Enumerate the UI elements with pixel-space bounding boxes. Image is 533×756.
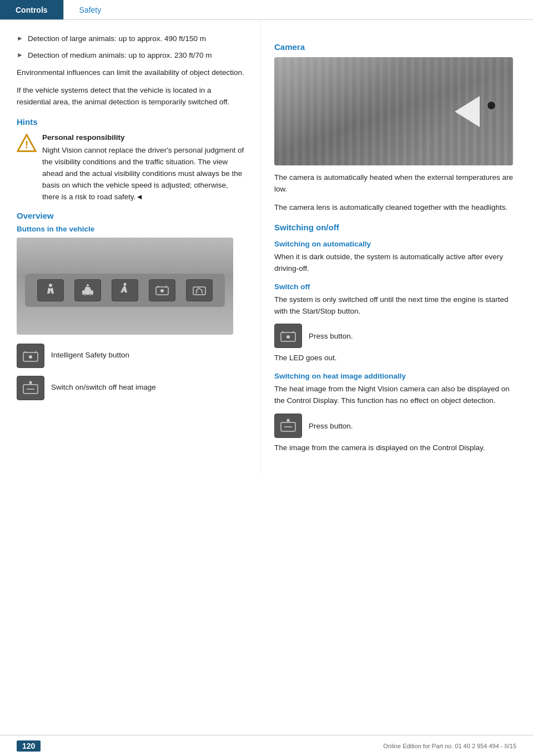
press-icon-2-svg (280, 418, 296, 434)
camera-lens (486, 100, 496, 110)
camera-image (274, 57, 513, 165)
dash-btn-1 (37, 279, 64, 301)
footer-text: Online Edition for Part no. 01 40 2 954 … (383, 743, 516, 749)
warning-text: Personal responsibility Night Vision can… (42, 132, 247, 203)
switching-auto-para: When it is dark outside, the system is a… (274, 251, 520, 275)
camera-para-1: The camera is automatically heated when … (274, 172, 520, 195)
dashboard-panel (25, 274, 225, 307)
camera-arrow (455, 96, 480, 127)
hints-heading: Hints (17, 117, 247, 127)
press-icon-1 (274, 324, 302, 348)
press-text-1: Press button. (309, 332, 353, 340)
tab-controls[interactable]: Controls (0, 0, 63, 19)
nav-bar: Controls Safety (0, 0, 533, 20)
switch-off-para: The system is only switched off until th… (274, 294, 520, 317)
led-goes-out: The LED goes out. (274, 352, 520, 364)
svg-point-7 (123, 283, 126, 285)
dash-btn-2-icon (80, 283, 95, 298)
dash-btn-5 (186, 279, 213, 301)
svg-point-4 (84, 294, 86, 296)
dash-btn-1-icon (43, 283, 58, 298)
warning-body: Night Vision cannot replace the driver's… (42, 146, 244, 201)
intelligent-safety-icon-box (17, 344, 44, 368)
tab-safety[interactable]: Safety (64, 0, 117, 19)
page-number: 120 (17, 740, 41, 752)
warning-icon: ! (17, 133, 37, 153)
bullet-arrow-1: ► (17, 34, 23, 42)
bullet-item-2: ► Detection of medium animals: up to app… (17, 50, 247, 61)
dash-btn-2 (74, 279, 101, 301)
svg-point-12 (29, 355, 32, 359)
warning-box: ! Personal responsibility Night Vision c… (17, 132, 247, 203)
footer: 120 Online Edition for Part no. 01 40 2 … (0, 735, 533, 756)
icon-legend-2: Switch on/switch off heat image (17, 376, 247, 400)
left-column: ► Detection of large animals: up to appr… (0, 20, 261, 474)
svg-point-14 (29, 381, 32, 384)
dash-btn-5-icon (192, 283, 207, 298)
press-icon-1-svg (280, 328, 296, 344)
switching-heading: Switching on/off (274, 223, 520, 232)
intelligent-safety-icon (22, 347, 39, 364)
svg-point-9 (160, 289, 164, 293)
dash-btn-3 (112, 279, 138, 301)
buttons-in-vehicle-heading: Buttons in the vehicle (17, 225, 247, 233)
para-detect: If the vehicle systems detect that the v… (17, 85, 247, 108)
svg-point-6 (87, 284, 89, 286)
tab-controls-label: Controls (16, 6, 48, 14)
switching-auto-heading: Switching on automatically (274, 240, 520, 248)
vehicle-buttons-image (17, 238, 233, 335)
bullet-item-1: ► Detection of large animals: up to appr… (17, 33, 247, 44)
heat-image-heading: Switching on heat image additionally (274, 372, 520, 380)
camera-heading: Camera (274, 42, 520, 52)
icon-legend-1: Intelligent Safety button (17, 344, 247, 368)
svg-point-5 (89, 294, 92, 296)
tab-safety-label: Safety (79, 6, 102, 14)
press-icon-2 (274, 414, 302, 438)
heat-image-icon (22, 380, 39, 396)
warning-title: Personal responsibility (42, 132, 247, 144)
bullet-text-1: Detection of large animals: up to approx… (28, 33, 206, 44)
svg-point-18 (287, 419, 290, 422)
switch-off-heading: Switch off (274, 283, 520, 291)
heat-image-icon-box (17, 376, 44, 400)
svg-point-2 (49, 284, 52, 287)
overview-heading: Overview (17, 211, 247, 220)
para-env: Environmental influences can limit the a… (17, 67, 247, 79)
camera-display-para: The image from the camera is displayed o… (274, 442, 520, 454)
dash-btn-4 (149, 279, 175, 301)
dash-btn-4-icon (154, 283, 170, 298)
dash-btn-3-icon (117, 283, 133, 298)
main-content: ► Detection of large animals: up to appr… (0, 20, 533, 474)
camera-para-2: The camera lens is automatically cleaned… (274, 202, 520, 214)
icon-label-2: Switch on/switch off heat image (51, 382, 156, 393)
press-btn-row-2: Press button. (274, 414, 520, 438)
icon-label-1: Intelligent Safety button (51, 350, 129, 361)
svg-point-16 (286, 335, 290, 339)
bullet-arrow-2: ► (17, 51, 23, 59)
press-text-2: Press button. (309, 422, 353, 430)
svg-text:!: ! (25, 139, 28, 150)
bullet-text-2: Detection of medium animals: up to appro… (28, 50, 212, 61)
press-btn-row-1: Press button. (274, 324, 520, 348)
svg-rect-3 (82, 290, 93, 295)
heat-image-para: The heat image from the Night Vision cam… (274, 384, 520, 407)
right-column: Camera The camera is automatically heate… (261, 20, 533, 474)
